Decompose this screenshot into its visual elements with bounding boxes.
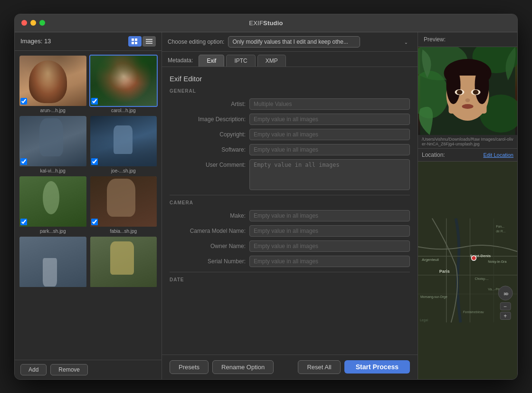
image-grid: arun-...h.jpg carol...h.jpg <box>15 51 162 360</box>
image-item-4[interactable]: joe-...sh.jpg <box>89 115 158 173</box>
svg-text:Fon...: Fon... <box>496 225 504 228</box>
copyright-input[interactable] <box>249 129 410 140</box>
svg-point-16 <box>475 66 489 104</box>
right-panel: Preview: <box>418 32 517 379</box>
start-process-button[interactable]: Start Process <box>344 360 410 374</box>
image-thumb-wrap-2 <box>89 55 158 107</box>
svg-rect-0 <box>132 38 134 41</box>
image-thumb-wrap-8 <box>89 236 158 288</box>
software-label: Software: <box>170 144 246 153</box>
map-background: Argenteuil Saint-Denis Noisy-le-Gra Pari… <box>418 162 517 379</box>
preview-image <box>418 47 517 135</box>
reset-all-button[interactable]: Reset All <box>298 360 340 374</box>
svg-point-20 <box>473 90 479 95</box>
view-toggles <box>128 36 156 47</box>
remove-button[interactable]: Remove <box>50 364 88 375</box>
image-label-4: joe-...sh.jpg <box>89 168 158 173</box>
maximize-button[interactable] <box>39 20 45 26</box>
svg-text:Paris: Paris <box>439 268 450 273</box>
svg-rect-5 <box>146 41 152 42</box>
svg-point-15 <box>446 66 461 104</box>
svg-text:Choisy-...: Choisy-... <box>475 277 488 280</box>
edit-location-link[interactable]: Edit Location <box>483 152 513 158</box>
image-thumb-wrap-5 <box>19 175 87 228</box>
editing-select-wrap: Only modify values that I edit and keep … <box>228 36 412 48</box>
presets-button[interactable]: Presets <box>170 360 209 374</box>
svg-text:Argenteuil: Argenteuil <box>422 258 439 262</box>
map-container[interactable]: Argenteuil Saint-Denis Noisy-le-Gra Pari… <box>418 162 517 379</box>
software-input[interactable] <box>249 144 410 155</box>
section-date-label: DATE <box>170 277 410 282</box>
artist-label: Artist: <box>170 98 246 107</box>
serial-number-input[interactable] <box>249 256 410 267</box>
editing-select[interactable]: Only modify values that I edit and keep … <box>228 36 360 48</box>
image-item-8[interactable] <box>89 236 158 289</box>
user-comment-input[interactable] <box>249 159 410 190</box>
image-checkbox-3[interactable] <box>20 158 27 165</box>
field-row-artist: Artist: <box>170 98 410 110</box>
image-description-input[interactable] <box>249 114 410 125</box>
tab-exif[interactable]: Exif <box>199 55 224 67</box>
app-title: EXIFStudio <box>249 19 283 27</box>
image-checkbox-1[interactable] <box>20 98 27 105</box>
image-thumb-wrap-7 <box>19 236 87 288</box>
list-view-button[interactable] <box>142 36 156 47</box>
svg-rect-2 <box>132 42 134 44</box>
center-panel: Choose editing option: Only modify value… <box>162 32 418 379</box>
image-checkbox-6[interactable] <box>91 219 98 225</box>
preview-svg <box>418 47 517 135</box>
tab-xmp[interactable]: XMP <box>257 55 286 67</box>
owner-name-input[interactable] <box>249 240 410 252</box>
svg-rect-3 <box>135 42 137 44</box>
field-row-image-description: Image Description: <box>170 114 410 125</box>
field-row-serial-number: Serial Number: <box>170 256 410 267</box>
image-item-7[interactable] <box>19 236 87 289</box>
make-input[interactable] <box>249 210 410 221</box>
image-checkbox-4[interactable] <box>91 158 98 165</box>
camera-model-input[interactable] <box>249 225 410 237</box>
field-row-camera-model: Camera Model Name: <box>170 225 410 237</box>
image-thumb-wrap-4 <box>89 115 158 167</box>
svg-text:+: + <box>504 312 507 319</box>
location-label: Location: <box>422 152 445 158</box>
images-count: Images: 13 <box>20 38 51 45</box>
traffic-lights <box>21 20 45 26</box>
editing-option-bar: Choose editing option: Only modify value… <box>162 32 418 52</box>
grid-view-button[interactable] <box>128 36 142 47</box>
editor-content: Exif Editor GENERAL Artist: Image Descri… <box>162 67 418 355</box>
sidebar: Images: 13 <box>15 32 162 379</box>
artist-input[interactable] <box>249 98 410 110</box>
rename-option-button[interactable]: Rename Option <box>212 360 274 374</box>
section-divider-camera <box>170 195 410 195</box>
user-comment-label: User Comment: <box>170 159 246 168</box>
bottom-bar: Presets Rename Option Reset All Start Pr… <box>162 355 418 379</box>
image-label-2: carol...h.jpg <box>89 108 158 113</box>
title-exif: EXIF <box>249 19 263 27</box>
titlebar: EXIFStudio <box>15 14 517 32</box>
image-thumb-wrap-1 <box>19 55 87 107</box>
image-label-6: fabia...sh.jpg <box>89 229 158 234</box>
image-item-5[interactable]: park...sh.jpg <box>19 175 87 234</box>
image-label-5: park...sh.jpg <box>19 229 87 234</box>
serial-number-label: Serial Number: <box>170 256 246 265</box>
field-row-user-comment: User Comment: <box>170 159 410 190</box>
tab-iptc[interactable]: IPTC <box>226 55 255 67</box>
svg-text:3D: 3D <box>504 291 508 296</box>
add-button[interactable]: Add <box>20 364 47 375</box>
image-description-label: Image Description: <box>170 114 246 123</box>
image-item-3[interactable]: kal-vi...h.jpg <box>19 115 87 173</box>
image-label-1: arun-...h.jpg <box>19 108 87 113</box>
image-checkbox-5[interactable] <box>20 219 27 225</box>
svg-point-40 <box>471 256 476 260</box>
field-row-copyright: Copyright: <box>170 129 410 140</box>
close-button[interactable] <box>21 20 27 26</box>
image-item-2[interactable]: carol...h.jpg <box>89 55 158 113</box>
section-general-label: GENERAL <box>170 88 410 94</box>
field-row-owner-name: Owner Name: <box>170 240 410 252</box>
image-item-6[interactable]: fabia...sh.jpg <box>89 175 158 234</box>
image-item-1[interactable]: arun-...h.jpg <box>19 55 87 113</box>
preview-image-wrap <box>418 47 517 135</box>
image-checkbox-2[interactable] <box>91 98 98 105</box>
minimize-button[interactable] <box>30 20 36 26</box>
svg-text:Fontainebleau: Fontainebleau <box>463 310 484 313</box>
